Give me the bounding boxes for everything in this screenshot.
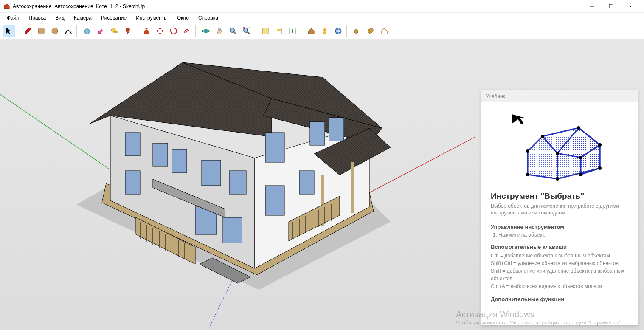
tool-arc[interactable] bbox=[62, 25, 75, 37]
instructor-body[interactable]: Инструмент "Выбрать" Выбор объектов для … bbox=[481, 102, 638, 325]
app-icon bbox=[3, 3, 10, 10]
menu-view[interactable]: Вид bbox=[51, 14, 69, 22]
svg-point-18 bbox=[323, 28, 326, 32]
tool-tape[interactable] bbox=[108, 25, 121, 37]
instructor-step: Нажмите на объект. bbox=[498, 232, 628, 238]
menu-camera[interactable]: Камера bbox=[70, 14, 96, 22]
svg-rect-14 bbox=[262, 28, 268, 34]
svg-point-12 bbox=[244, 28, 248, 32]
tool-orbit[interactable] bbox=[200, 25, 212, 37]
tool-pan[interactable] bbox=[213, 25, 226, 37]
menu-bar: Файл Правка Вид Камера Рисование Инструм… bbox=[0, 13, 644, 23]
toolbar-separator bbox=[136, 25, 138, 37]
menu-tools[interactable]: Инструменты bbox=[132, 14, 172, 22]
svg-rect-33 bbox=[202, 160, 221, 186]
window-controls bbox=[582, 0, 641, 13]
svg-rect-16 bbox=[277, 29, 281, 31]
maximize-button[interactable] bbox=[602, 0, 621, 13]
instructor-header[interactable]: Учебник bbox=[481, 90, 638, 102]
tool-paint[interactable] bbox=[121, 25, 134, 37]
svg-rect-41 bbox=[299, 171, 314, 194]
svg-point-10 bbox=[230, 28, 234, 32]
menu-draw[interactable]: Рисование bbox=[97, 14, 131, 22]
toolbar-separator bbox=[301, 25, 303, 37]
tool-solid-union[interactable] bbox=[351, 25, 363, 37]
instructor-key: Ctrl = добавление объекта к выбранным об… bbox=[491, 252, 628, 259]
tool-push-pull[interactable] bbox=[140, 25, 153, 37]
svg-point-61 bbox=[526, 173, 529, 176]
svg-line-11 bbox=[234, 32, 236, 34]
instructor-steps: Нажмите на объект. bbox=[491, 232, 628, 238]
svg-rect-32 bbox=[172, 149, 187, 173]
tool-solid-trim[interactable] bbox=[378, 25, 391, 37]
svg-line-13 bbox=[247, 32, 250, 34]
toolbar-separator bbox=[255, 25, 257, 37]
svg-point-68 bbox=[579, 156, 582, 159]
tool-eraser[interactable] bbox=[94, 25, 107, 37]
minimize-button[interactable] bbox=[582, 0, 602, 13]
tool-share[interactable] bbox=[286, 25, 299, 37]
svg-rect-39 bbox=[310, 122, 325, 145]
svg-rect-38 bbox=[265, 186, 284, 215]
main-toolbar bbox=[0, 23, 644, 39]
tool-3d-warehouse[interactable] bbox=[332, 25, 345, 37]
tool-zoom-extents[interactable] bbox=[240, 25, 253, 37]
instructor-panel: Учебник Инструмен bbox=[481, 90, 638, 326]
instructor-key: Shift+Ctrl = удаление объекта из выбранн… bbox=[491, 259, 628, 267]
svg-point-64 bbox=[541, 135, 544, 138]
svg-point-63 bbox=[556, 152, 559, 155]
svg-rect-4 bbox=[38, 29, 44, 33]
tool-select[interactable] bbox=[3, 25, 15, 37]
instructor-keys-list: Ctrl = добавление объекта к выбранным об… bbox=[491, 252, 628, 290]
tool-zoom[interactable] bbox=[227, 25, 239, 37]
svg-rect-29 bbox=[125, 133, 140, 156]
svg-rect-19 bbox=[323, 32, 326, 34]
tool-layout[interactable] bbox=[318, 25, 331, 37]
tool-solid-subtract[interactable] bbox=[364, 25, 377, 37]
tool-rectangle[interactable] bbox=[35, 25, 48, 37]
tool-extension-warehouse[interactable] bbox=[305, 25, 318, 37]
svg-point-62 bbox=[556, 177, 559, 181]
instructor-section-operation: Управление инструментом bbox=[491, 224, 628, 230]
svg-rect-36 bbox=[223, 217, 242, 243]
toolbar-separator bbox=[76, 25, 79, 37]
instructor-section-extra: Дополнительные функции bbox=[491, 296, 628, 302]
workspace: Учебник Инструмен bbox=[0, 39, 644, 330]
instructor-section-keys: Вспомогательные клавиши bbox=[491, 244, 628, 250]
window-title: Автосохранение_Автосохранение_Коте_1_2 -… bbox=[13, 3, 582, 9]
instructor-header-label: Учебник bbox=[486, 93, 505, 99]
instructor-key: Shift = добавление или удаление объекта … bbox=[491, 267, 628, 282]
instructor-tool-title: Инструмент "Выбрать" bbox=[491, 192, 628, 201]
menu-window[interactable]: Окно bbox=[173, 14, 193, 22]
svg-rect-31 bbox=[153, 143, 168, 166]
svg-point-5 bbox=[52, 28, 58, 34]
tool-move[interactable] bbox=[154, 25, 166, 37]
title-bar: Автосохранение_Автосохранение_Коте_1_2 -… bbox=[0, 0, 644, 13]
close-button[interactable] bbox=[621, 0, 641, 13]
svg-rect-37 bbox=[265, 133, 284, 162]
menu-file[interactable]: Файл bbox=[3, 14, 24, 22]
tool-pencil[interactable] bbox=[21, 25, 34, 37]
svg-point-60 bbox=[526, 149, 529, 153]
menu-help[interactable]: Справка bbox=[194, 14, 222, 22]
instructor-key: Ctrl+A = выбор всех видимых объектов мод… bbox=[491, 282, 628, 290]
svg-point-67 bbox=[598, 166, 602, 170]
toolbar-separator bbox=[17, 25, 20, 37]
tool-get-models[interactable] bbox=[273, 25, 285, 37]
svg-point-66 bbox=[598, 143, 602, 147]
tool-rotate[interactable] bbox=[167, 25, 180, 37]
tool-add-location[interactable] bbox=[259, 25, 272, 37]
tool-make-component[interactable] bbox=[81, 25, 93, 37]
svg-point-65 bbox=[577, 126, 580, 130]
menu-edit[interactable]: Правка bbox=[25, 14, 51, 22]
svg-point-69 bbox=[579, 173, 582, 176]
svg-rect-7 bbox=[115, 31, 117, 33]
svg-rect-1 bbox=[609, 4, 613, 8]
tool-offset[interactable] bbox=[181, 25, 194, 37]
instructor-illustration bbox=[509, 111, 610, 183]
svg-rect-34 bbox=[229, 171, 246, 194]
instructor-description: Выбор объектов для изменения при работе … bbox=[491, 203, 628, 216]
svg-rect-30 bbox=[125, 171, 140, 194]
toolbar-separator bbox=[195, 25, 198, 37]
tool-circle[interactable] bbox=[48, 25, 61, 37]
